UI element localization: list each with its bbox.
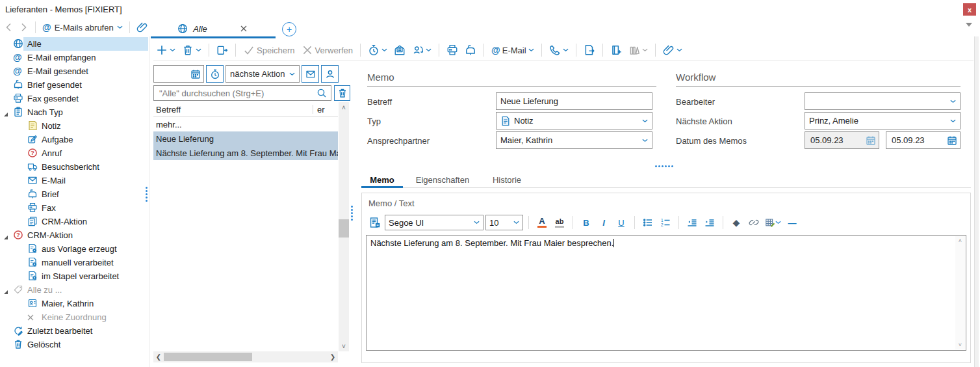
scroll-up-icon[interactable]: ˄ — [339, 102, 349, 113]
date-filter-input[interactable] — [153, 65, 204, 83]
sidebar-item-fax-gesendet[interactable]: Fax gesendet — [0, 92, 149, 105]
document-forward-button[interactable] — [581, 42, 598, 59]
sidebar-item-brief-gesendet[interactable]: Brief gesendet — [0, 78, 149, 92]
fetch-emails-button[interactable]: @ E-Mails abrufen — [42, 22, 123, 33]
sidebar-item-crm-aktion[interactable]: CRM-Aktion — [0, 228, 149, 242]
scroll-up-icon[interactable]: ˄ — [955, 236, 965, 245]
tab-eigenschaften[interactable]: Eigenschaften — [409, 173, 476, 186]
forward-icon[interactable] — [18, 22, 29, 33]
betreff-input[interactable] — [500, 96, 648, 106]
font-name-select[interactable]: Segoe UI — [385, 215, 484, 230]
mailbox-button[interactable] — [462, 42, 479, 59]
detail-splitter-handle[interactable] — [655, 165, 673, 167]
underline-button[interactable]: U — [613, 215, 629, 230]
tree-expand-icon[interactable] — [3, 232, 8, 238]
scroll-left-icon[interactable]: ❮ — [153, 351, 164, 362]
numbered-list-icon[interactable] — [658, 215, 673, 230]
window-close-button[interactable]: x — [963, 3, 976, 16]
list-item-selected-preview[interactable]: Nächste Lieferung am 8. September. Mit F… — [153, 146, 338, 160]
reminder-filter-toggle[interactable] — [206, 65, 224, 83]
highlight-color-button[interactable]: ab — [552, 215, 567, 230]
list-vertical-scrollbar[interactable]: ˄ ˅ — [339, 102, 349, 351]
window-scrollbar-track[interactable] — [974, 36, 979, 367]
sidebar-item-brief[interactable]: Brief — [0, 187, 149, 201]
email-button[interactable]: @E-Mail — [489, 42, 537, 59]
person-filter-toggle[interactable] — [321, 65, 339, 83]
search-input[interactable] — [158, 88, 310, 99]
horizontal-rule-icon[interactable]: — — [784, 215, 800, 230]
list-horizontal-scrollbar[interactable]: ❮ ❯ — [153, 351, 338, 362]
tree-expand-icon[interactable] — [3, 287, 8, 292]
bearbeiter-select[interactable] — [805, 92, 961, 110]
betreff-field[interactable] — [496, 92, 652, 110]
sidebar-item-email[interactable]: E-Mail — [0, 174, 149, 187]
column-er[interactable]: er — [313, 105, 338, 115]
bullet-list-icon[interactable] — [640, 215, 656, 230]
bold-button[interactable]: B — [578, 215, 594, 230]
typ-select[interactable]: Notiz — [496, 112, 652, 129]
email-filter-toggle[interactable] — [302, 65, 319, 83]
sidebar-item-email-gesendet[interactable]: @E-Mail gesendet — [0, 64, 149, 78]
ansprechpartner-select[interactable]: Maier, Kathrin — [496, 131, 652, 149]
scroll-down-icon[interactable]: ˅ — [339, 341, 349, 351]
sidebar-item-maier-kathrin[interactable]: Maier, Kathrin — [0, 297, 149, 310]
sidebar-item-aufgabe[interactable]: Aufgabe — [0, 133, 149, 146]
tab-memo[interactable]: Memo — [361, 173, 403, 186]
sidebar-item-alle-zu[interactable]: Alle zu ... — [0, 283, 149, 297]
list-header[interactable]: Betreff er — [153, 102, 338, 117]
delete-button[interactable] — [179, 42, 204, 59]
sidebar-item-notiz[interactable]: Notiz — [0, 119, 149, 133]
naechste-aktion-select[interactable]: Prinz, Amelie — [805, 112, 961, 129]
datum-input-end[interactable] — [890, 135, 936, 146]
scroll-thumb[interactable] — [164, 353, 252, 361]
phone-button[interactable] — [547, 42, 571, 59]
next-action-select[interactable]: nächste Aktion — [226, 65, 300, 83]
sidebar-item-anruf[interactable]: Anruf — [0, 146, 149, 160]
tab-historie[interactable]: Historie — [484, 173, 530, 186]
search-input-wrap[interactable] — [153, 85, 331, 101]
search-icon[interactable] — [316, 88, 327, 98]
tab-alle[interactable]: Alle — [151, 21, 276, 36]
sidebar-item-nach-typ[interactable]: Nach Typ — [0, 105, 149, 119]
sidebar-item-keine-zuordnung[interactable]: Keine Zuordnung — [0, 310, 149, 324]
tab-close-icon[interactable] — [239, 23, 249, 34]
scroll-right-icon[interactable]: ❯ — [328, 351, 338, 362]
add-tab-button[interactable]: + — [282, 22, 296, 36]
scroll-down-icon[interactable]: ˅ — [955, 340, 965, 349]
memo-text-area[interactable]: Nächste Lieferung am 8. September. Mit F… — [366, 235, 966, 351]
calendar-icon[interactable] — [947, 135, 957, 146]
fax-button[interactable] — [444, 42, 461, 59]
list-item-selected-title[interactable]: Neue Lieferung — [153, 131, 338, 146]
sidebar-item-aus-vorlage[interactable]: aus Vorlage erzeugt — [0, 242, 149, 256]
sidebar-item-zuletzt-bearbeitet[interactable]: Zuletzt bearbeitet — [0, 324, 149, 338]
person-sync-button[interactable] — [409, 42, 434, 59]
new-button[interactable] — [153, 42, 178, 59]
list-splitter-handle[interactable] — [351, 206, 353, 221]
editor-scrollbar[interactable]: ˄ ˅ — [955, 236, 965, 349]
sidebar-splitter-handle[interactable] — [146, 187, 148, 202]
print-letter-button[interactable] — [391, 42, 408, 59]
sidebar-item-im-stapel[interactable]: im Stapel verarbeitet — [0, 269, 149, 283]
discard-button[interactable]: Verwerfen — [299, 42, 356, 59]
reminder-button[interactable] — [365, 42, 390, 59]
library-button[interactable] — [626, 42, 651, 59]
paperclip-icon[interactable] — [136, 21, 148, 33]
font-size-select[interactable]: 10 — [485, 215, 523, 230]
hyperlink-icon[interactable] — [746, 215, 762, 230]
back-icon[interactable] — [4, 22, 14, 33]
tab-overflow-chevron[interactable] — [966, 23, 972, 27]
font-color-button[interactable]: A — [534, 215, 550, 230]
attachment-button[interactable] — [660, 42, 685, 59]
outdent-icon[interactable] — [684, 215, 700, 230]
clear-filter-trash-button[interactable] — [334, 85, 350, 101]
address-add-button[interactable] — [608, 42, 625, 59]
list-item-more[interactable]: mehr... — [153, 117, 338, 131]
sidebar-item-crm-aktion-typ[interactable]: CRM-Aktion — [0, 215, 149, 228]
datum-field-end[interactable] — [886, 131, 961, 149]
save-button[interactable]: Speichern — [240, 42, 298, 59]
indent-icon[interactable] — [702, 215, 717, 230]
sidebar-item-geloescht[interactable]: Gelöscht — [0, 338, 149, 351]
sidebar-item-besuchsbericht[interactable]: Besuchsbericht — [0, 160, 149, 174]
diamond-object-icon[interactable]: ◆ — [729, 215, 744, 230]
insert-text-template-icon[interactable] — [367, 215, 383, 230]
